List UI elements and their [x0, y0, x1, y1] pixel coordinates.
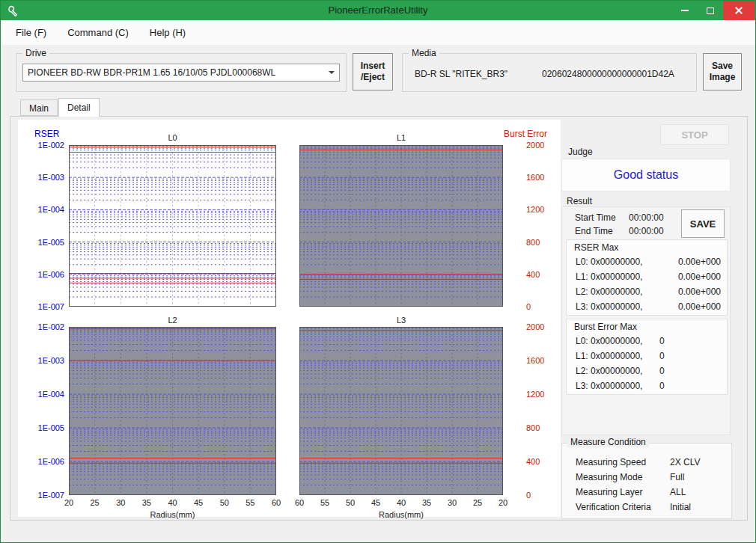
rser-max-l0-label: L0: 0x00000000, — [576, 257, 642, 269]
rser-chart-l1 — [299, 145, 503, 307]
radius-tick-label: 25 — [86, 498, 104, 507]
detail-tab-page: RSER Burst Error L0 L1 L2 L3 Radius(mm) … — [10, 116, 748, 521]
burst-max-l2-label: L2: 0x00000000, — [576, 366, 642, 378]
burst-max-l1-label: L1: 0x00000000, — [576, 351, 642, 363]
radius-tick-label: 40 — [164, 498, 182, 507]
drive-select[interactable]: PIONEER BD-RW BDR-PR1M 1.65 16/10/05 PJD… — [22, 64, 340, 82]
measure-condition-box: Measuring Speed2X CLV Measuring ModeFull… — [561, 443, 732, 519]
burst-max-l0-label: L0: 0x00000000, — [576, 336, 642, 348]
measuring-speed-value: 2X CLV — [670, 457, 700, 469]
measure-row: Measuring Speed2X CLV — [576, 457, 700, 469]
start-time-label: Start Time — [575, 212, 616, 223]
minimize-icon — [681, 10, 689, 11]
rser-max-box: RSER Max L0: 0x00000000,0.00e+000 L1: 0x… — [566, 239, 728, 316]
burst-tick-label: 0 — [526, 490, 559, 500]
burst-tick-label: 2000 — [526, 140, 559, 150]
measuring-speed-label: Measuring Speed — [576, 457, 670, 469]
measuring-mode-label: Measuring Mode — [576, 472, 670, 484]
measuring-layer-value: ALL — [670, 487, 686, 499]
window-title: PioneerErrorRateUtility — [1, 1, 755, 20]
rser-tick-label: 1E-002 — [18, 322, 64, 332]
close-icon — [734, 6, 743, 15]
end-time-value: 00:00:00 — [629, 226, 664, 236]
tab-main[interactable]: Main — [20, 99, 58, 116]
burst-max-row: L1: 0x00000000,0 — [576, 351, 721, 363]
burst-tick-label: 400 — [526, 456, 559, 467]
rser-tick-label: 1E-007 — [18, 490, 64, 500]
chevron-down-icon — [324, 64, 339, 81]
rser-max-row: L1: 0x00000000,0.00e+000 — [576, 272, 721, 283]
judge-status: Good status — [614, 168, 678, 182]
burst-tick-label: 1200 — [526, 204, 559, 215]
measure-row: Measuring ModeFull — [576, 472, 684, 484]
burst-tick-label: 0 — [526, 301, 559, 312]
rser-max-row: L3: 0x00000000,0.00e+000 — [576, 301, 721, 313]
titlebar: PioneerErrorRateUtility — [1, 1, 755, 20]
rser-max-l3-value: 0.00e+000 — [678, 301, 721, 313]
radius-tick-label: 40 — [392, 498, 410, 507]
rser-max-label: RSER Max — [574, 242, 618, 253]
rser-tick-label: 1E-006 — [18, 456, 64, 467]
save-button[interactable]: SAVE — [681, 209, 725, 238]
radius-tick-label: 20 — [60, 498, 78, 507]
judge-box: Good status — [561, 159, 731, 191]
burst-max-l3-value: 0 — [659, 381, 665, 391]
burst-max-l1-value: 0 — [659, 351, 665, 361]
x-axis-label-right: Radius(mm) — [299, 510, 503, 519]
close-button[interactable] — [723, 1, 755, 20]
burst-max-row: L2: 0x00000000,0 — [576, 366, 721, 378]
result-label: Result — [567, 196, 592, 206]
rser-tick-label: 1E-003 — [18, 355, 64, 366]
rser-max-l1-value: 0.00e+000 — [678, 272, 721, 283]
measure-row: Verification CriteriaInitial — [576, 502, 691, 514]
menu-help[interactable]: Help (H) — [150, 27, 186, 38]
media-disc-type: BD-R SL "RITEK_BR3" — [415, 69, 507, 79]
burst-max-row: L0: 0x00000000,0 — [576, 336, 721, 348]
rser-axis-label: RSER — [34, 129, 59, 139]
radius-tick-label: 45 — [367, 498, 385, 507]
rser-max-l2-value: 0.00e+000 — [678, 286, 721, 298]
radius-tick-label: 50 — [216, 498, 234, 507]
burst-max-l0-value: 0 — [659, 336, 665, 346]
save-image-label-2: Image — [710, 72, 736, 83]
minimize-button[interactable] — [672, 1, 698, 20]
drive-group-label: Drive — [22, 48, 49, 58]
rser-max-row: L2: 0x00000000,0.00e+000 — [576, 286, 721, 298]
media-group-label: Media — [409, 48, 439, 58]
rser-tick-label: 1E-003 — [18, 172, 64, 182]
burst-max-l2-value: 0 — [659, 366, 665, 376]
rser-max-l3-label: L3: 0x00000000, — [576, 301, 642, 313]
rser-chart-l2 — [69, 327, 276, 495]
stop-button[interactable]: STOP — [660, 124, 729, 145]
radius-tick-label: 55 — [316, 498, 334, 507]
save-image-button[interactable]: Save Image — [703, 53, 742, 90]
start-time-value: 00:00:00 — [629, 212, 664, 223]
maximize-button[interactable] — [698, 1, 723, 20]
insert-eject-button[interactable]: Insert /Eject — [353, 53, 393, 90]
rser-tick-label: 1E-005 — [18, 423, 64, 433]
x-axis-label-left: Radius(mm) — [69, 510, 276, 519]
radius-tick-label: 50 — [341, 498, 359, 507]
rser-tick-label: 1E-004 — [18, 204, 64, 215]
drive-select-value: PIONEER BD-RW BDR-PR1M 1.65 16/10/05 PJD… — [28, 67, 275, 78]
rser-tick-label: 1E-006 — [18, 269, 64, 280]
insert-eject-label-1: Insert — [361, 61, 385, 72]
radius-tick-label: 20 — [494, 498, 512, 507]
radius-tick-label: 35 — [418, 498, 436, 507]
maximize-icon — [707, 7, 714, 14]
measure-row: Measuring LayerALL — [576, 487, 686, 499]
menu-command[interactable]: Command (C) — [67, 27, 129, 38]
rser-max-l0-value: 0.00e+000 — [678, 257, 721, 269]
burst-max-row: L3: 0x00000000,0 — [576, 381, 721, 393]
burst-max-l3-label: L3: 0x00000000, — [576, 381, 642, 393]
burst-error-max-label: Burst Error Max — [574, 322, 637, 332]
rser-max-l2-label: L2: 0x00000000, — [576, 286, 642, 298]
tab-detail[interactable]: Detail — [58, 98, 100, 117]
app-window: PioneerErrorRateUtility File (F) Command… — [0, 0, 756, 543]
rser-tick-label: 1E-007 — [18, 301, 64, 312]
radius-tick-label: 60 — [290, 498, 308, 507]
measuring-layer-label: Measuring Layer — [576, 487, 670, 499]
chart-title-l0: L0 — [69, 133, 276, 142]
burst-tick-label: 800 — [526, 423, 559, 433]
menu-file[interactable]: File (F) — [16, 27, 46, 38]
